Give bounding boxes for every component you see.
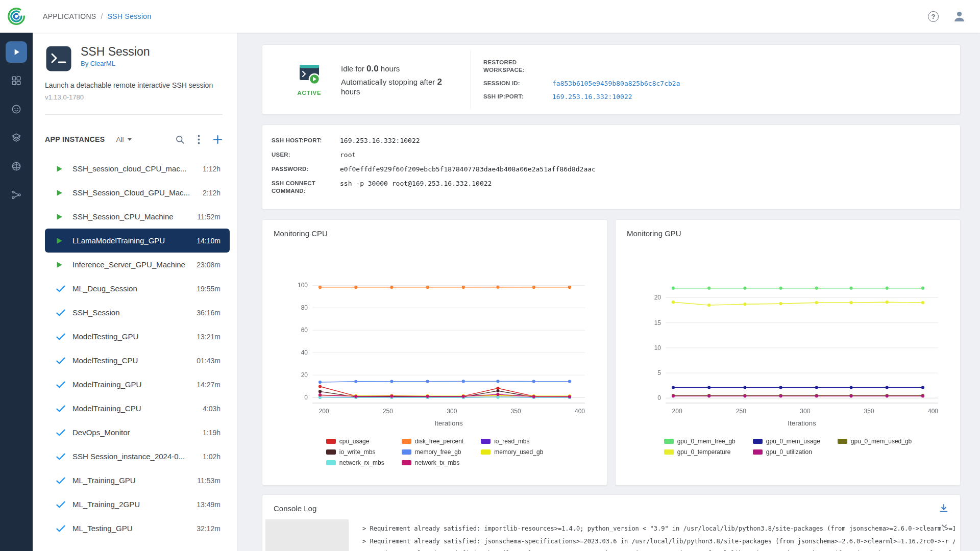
svg-text:80: 80 [301, 304, 308, 311]
cpu-chart-legend: cpu_usagedisk_free_percentio_read_mbsio_… [262, 438, 607, 466]
status-field-value[interactable]: fa853b6105e9459b80a825b6c8c7cb2a [552, 80, 680, 87]
rail-item-projects[interactable] [0, 66, 33, 95]
running-play-icon [56, 213, 72, 220]
download-icon[interactable] [939, 503, 949, 513]
console-line: > Requirement already satisfied: importl… [362, 522, 955, 535]
instance-row[interactable]: ModelTesting_GPU13:21m [45, 324, 230, 348]
workers-icon [11, 104, 22, 115]
instance-name: ModelTraining_CPU [72, 404, 198, 413]
instance-row[interactable]: ModelTraining_CPU4:03h [45, 396, 230, 420]
scroll-down-icon[interactable] [941, 522, 948, 532]
status-field-value[interactable]: 169.253.16.332:10022 [552, 93, 680, 101]
search-icon[interactable] [175, 135, 185, 144]
console-title: Console Log [274, 504, 316, 513]
legend-label: disk_free_percent [415, 438, 463, 445]
legend-item[interactable]: cpu_usage [326, 438, 384, 445]
side-rail [0, 33, 33, 551]
gpu-chart-card: Monitoring GPU 05101520200250300350400It… [615, 219, 961, 486]
running-play-icon [56, 261, 72, 268]
breadcrumb-applications[interactable]: APPLICATIONS [43, 12, 96, 20]
by-clearml-link[interactable]: By ClearML [81, 60, 115, 67]
instance-row[interactable]: SSH_Session36:16m [45, 300, 230, 324]
legend-swatch [838, 439, 847, 444]
detail-row: SSH HOST:PORT:169.253.16.332:10022 [272, 137, 950, 144]
status-field-label: RESTORED WORKSPACE: [483, 59, 552, 74]
instance-row[interactable]: DevOps_Monitor1:19h [45, 420, 230, 444]
instance-name: DevOps_Monitor [72, 428, 198, 437]
app-header: SSH Session By ClearML Launch a detachab… [33, 33, 237, 115]
instance-row[interactable]: Inference_Server_GPU_Machine23:08m [45, 253, 230, 277]
legend-item[interactable]: gpu_0_mem_used_gb [838, 438, 912, 445]
idle-value: 0.0 [366, 64, 379, 73]
chevron-down-icon [128, 138, 132, 141]
legend-label: gpu_0_utilization [766, 448, 812, 456]
charts-row: Monitoring CPU 0204060801002002503003504… [262, 219, 961, 486]
hyper-datasets-icon [11, 161, 22, 172]
completed-check-icon [56, 501, 72, 508]
instance-row[interactable]: ML_Training_2GPU13:49m [45, 492, 230, 516]
completed-check-icon [56, 309, 72, 316]
rail-item-pipelines[interactable] [0, 181, 33, 209]
page-title: SSH Session [81, 45, 150, 58]
instance-duration: 11:53m [197, 477, 220, 485]
legend-item[interactable]: io_write_mbs [326, 448, 384, 456]
instance-row[interactable]: SSH_Session_CPU_Machine11:52m [45, 205, 230, 229]
applications-icon [6, 41, 27, 63]
ssh-app-icon [45, 45, 72, 74]
svg-text:60: 60 [301, 327, 308, 334]
legend-label: memory_free_gb [415, 448, 461, 456]
svg-text:400: 400 [927, 408, 938, 415]
instance-name: SSH_Session [72, 308, 191, 317]
legend-item[interactable]: network_rx_mbs [326, 459, 384, 466]
instance-row[interactable]: SSH_session_cloud_CPU_mac...1:12h [45, 157, 230, 181]
svg-text:250: 250 [736, 408, 746, 415]
svg-text:300: 300 [800, 408, 810, 415]
rail-item-hyper-datasets[interactable] [0, 152, 33, 181]
add-instance-button[interactable] [213, 135, 223, 144]
instance-duration: 19:55m [197, 285, 220, 293]
legend-item[interactable]: memory_free_gb [402, 448, 463, 456]
legend-label: memory_used_gb [494, 448, 543, 456]
rail-item-applications[interactable] [0, 38, 33, 66]
instance-name: ML_Training_GPU [72, 476, 192, 485]
app-instances-heading: APP INSTANCES [45, 135, 105, 143]
legend-item[interactable]: memory_used_gb [481, 448, 543, 456]
status-badge: ACTIVE [285, 90, 334, 96]
user-avatar-icon[interactable] [952, 10, 966, 23]
instance-row[interactable]: ML_Training_GPU11:53m [45, 468, 230, 492]
svg-text:Iterations: Iterations [434, 419, 463, 427]
svg-text:40: 40 [301, 349, 308, 356]
instance-list: SSH_session_cloud_CPU_mac...1:12hSSH_Ses… [33, 157, 237, 551]
legend-item[interactable]: gpu_0_temperature [664, 448, 736, 456]
details-rows: SSH HOST:PORT:169.253.16.332:10022USER:r… [272, 137, 950, 195]
legend-item[interactable]: gpu_0_utilization [753, 448, 820, 456]
instance-row[interactable]: ModelTesting_CPU01:43m [45, 348, 230, 372]
instance-row[interactable]: ML_Deug_Session19:55m [45, 277, 230, 300]
instance-name: ML_Testing_GPU [72, 524, 191, 533]
instances-filter-dropdown[interactable]: All [116, 136, 131, 143]
legend-swatch [326, 449, 336, 455]
legend-item[interactable]: gpu_0_mem_usage [753, 438, 820, 445]
connection-details-card: SSH HOST:PORT:169.253.16.332:10022USER:r… [262, 124, 961, 210]
help-icon[interactable]: ? [928, 11, 939, 22]
kebab-menu-icon[interactable] [198, 135, 200, 144]
help-glyph: ? [932, 13, 936, 20]
legend-item[interactable]: disk_free_percent [402, 438, 463, 445]
rail-item-datasets[interactable] [0, 123, 33, 152]
instance-row[interactable]: SSH_Session_Cloud_GPU_Mac...2:12h [45, 181, 230, 205]
instance-duration: 23:08m [197, 261, 220, 269]
instance-row[interactable]: SSH Session_instance_2024-0...1:02h [45, 444, 230, 468]
instance-row[interactable]: ML_Testing_GPU32:12m [45, 516, 230, 540]
legend-item[interactable]: io_read_mbs [481, 438, 543, 445]
legend-item[interactable]: network_tx_mbs [402, 459, 463, 466]
legend-item[interactable]: gpu_0_mem_free_gb [664, 438, 736, 445]
instance-row[interactable]: ModelTraining_GPU14:27m [45, 372, 230, 396]
legend-swatch [481, 439, 491, 444]
rail-item-workers[interactable] [0, 95, 33, 123]
instance-row[interactable]: LLamaModelTraining_GPU14:10m [45, 229, 230, 253]
clearml-logo-icon[interactable] [5, 5, 28, 28]
gpu-chart: 05101520200250300350400Iterations [630, 270, 946, 430]
running-play-icon [56, 165, 72, 172]
completed-check-icon [56, 381, 72, 388]
console-lines[interactable]: > Requirement already satisfied: importl… [362, 519, 955, 551]
